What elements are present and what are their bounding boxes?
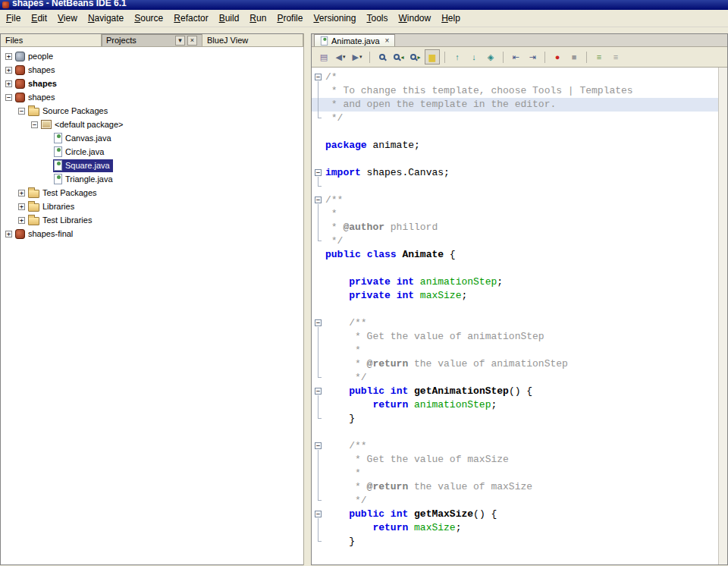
code-line[interactable]: * bbox=[312, 467, 718, 480]
tree-item-square-java[interactable]: Square.java bbox=[1, 159, 303, 172]
editor-tab-close-icon[interactable]: × bbox=[385, 36, 390, 45]
fold-start-icon[interactable]: − bbox=[312, 316, 325, 330]
code-line[interactable]: − /** bbox=[312, 562, 718, 564]
find-next-icon[interactable]: ▸ bbox=[408, 49, 423, 64]
code-line[interactable] bbox=[312, 153, 718, 166]
menu-file[interactable]: File bbox=[1, 11, 26, 26]
back-icon[interactable]: ◀▾ bbox=[333, 49, 348, 64]
code-line[interactable]: * and open the template in the editor. bbox=[312, 98, 718, 112]
tab-files[interactable]: Files bbox=[1, 34, 102, 46]
collapse-icon[interactable]: − bbox=[5, 94, 12, 101]
code-line[interactable]: * @return the value of animationStep bbox=[312, 357, 718, 371]
menu-versioning[interactable]: Versioning bbox=[308, 11, 361, 26]
start-macro-icon[interactable]: ● bbox=[550, 49, 565, 64]
tab-projects[interactable]: Projects▾× bbox=[102, 34, 202, 46]
collapse-icon[interactable]: − bbox=[31, 121, 38, 128]
toggle-highlight-icon[interactable]: ▆ bbox=[425, 49, 440, 64]
code-line[interactable]: −/** bbox=[312, 193, 718, 207]
tree-item-shapes[interactable]: +shapes bbox=[1, 63, 303, 77]
code-line[interactable]: − /** bbox=[312, 439, 718, 453]
menu-view[interactable]: View bbox=[52, 11, 83, 26]
tree-item-circle-java[interactable]: Circle.java bbox=[1, 145, 303, 159]
expand-icon[interactable]: + bbox=[18, 217, 25, 224]
fold-start-icon[interactable]: − bbox=[312, 562, 325, 564]
code-line[interactable]: * @author phillord bbox=[312, 221, 718, 234]
menu-build[interactable]: Build bbox=[214, 11, 245, 26]
code-line[interactable]: */ bbox=[312, 112, 718, 125]
tree-item--default-package-[interactable]: −<default package> bbox=[1, 118, 303, 131]
code-line[interactable]: package animate; bbox=[312, 139, 718, 153]
menu-source[interactable]: Source bbox=[129, 11, 168, 26]
code-line[interactable]: private int maxSize; bbox=[312, 289, 718, 303]
fold-start-icon[interactable]: − bbox=[312, 166, 325, 180]
error-stripe[interactable] bbox=[718, 68, 727, 564]
code-line[interactable]: } bbox=[312, 412, 718, 426]
tree-item-test-libraries[interactable]: +Test Libraries bbox=[1, 213, 303, 227]
tree-item-shapes-final[interactable]: +shapes-final bbox=[1, 227, 303, 241]
tree-item-canvas-java[interactable]: Canvas.java bbox=[1, 131, 303, 145]
code-line[interactable]: return animationStep; bbox=[312, 398, 718, 412]
expand-icon[interactable]: + bbox=[5, 231, 12, 237]
tree-item-people[interactable]: +people bbox=[1, 49, 303, 63]
code-line[interactable]: */ bbox=[312, 234, 718, 248]
tree-item-libraries[interactable]: +Libraries bbox=[1, 200, 303, 213]
toggle-bookmark-icon[interactable]: ◈ bbox=[483, 49, 498, 64]
stop-macro-icon[interactable]: ■ bbox=[566, 49, 582, 64]
code-line[interactable] bbox=[312, 303, 718, 316]
find-previous-icon[interactable]: ◂ bbox=[391, 49, 406, 64]
tree-item-shapes[interactable]: −shapes bbox=[1, 90, 303, 104]
fold-start-icon[interactable]: − bbox=[312, 71, 325, 84]
tree-item-test-packages[interactable]: +Test Packages bbox=[1, 186, 303, 200]
fold-start-icon[interactable]: − bbox=[312, 439, 325, 453]
expand-icon[interactable]: + bbox=[18, 203, 25, 210]
fold-start-icon[interactable]: − bbox=[312, 193, 325, 207]
shift-left-icon[interactable]: ⇤ bbox=[508, 49, 523, 64]
code-line[interactable]: − public int getAnimationStep() { bbox=[312, 385, 718, 398]
panel-splitter[interactable] bbox=[303, 33, 311, 565]
code-area[interactable]: −/* * To change this template, choose To… bbox=[312, 68, 718, 564]
code-line[interactable] bbox=[312, 262, 718, 275]
tab-bluej-view[interactable]: BlueJ View bbox=[202, 34, 303, 46]
tab-close-icon[interactable]: × bbox=[187, 36, 197, 46]
code-line[interactable]: */ bbox=[312, 494, 718, 508]
tab-dropdown-icon[interactable]: ▾ bbox=[175, 36, 185, 46]
expand-icon[interactable]: + bbox=[5, 53, 12, 60]
menu-tools[interactable]: Tools bbox=[361, 11, 393, 26]
menu-refactor[interactable]: Refactor bbox=[168, 11, 213, 26]
find-selection-icon[interactable] bbox=[375, 49, 390, 64]
menu-run[interactable]: Run bbox=[244, 11, 271, 26]
code-line[interactable] bbox=[312, 426, 718, 439]
uncomment-icon[interactable]: ≡ bbox=[608, 49, 623, 64]
code-line[interactable]: − public int getMaxSize() { bbox=[312, 508, 718, 521]
code-line[interactable] bbox=[312, 549, 718, 562]
code-line[interactable]: * bbox=[312, 207, 718, 221]
code-line[interactable]: * bbox=[312, 344, 718, 357]
menu-profile[interactable]: Profile bbox=[271, 11, 308, 26]
last-edit-location-icon[interactable]: ▤ bbox=[316, 49, 331, 64]
tree-item-shapes[interactable]: +shapes bbox=[1, 77, 303, 90]
tree-item-triangle-java[interactable]: Triangle.java bbox=[1, 172, 303, 186]
code-line[interactable]: public class Animate { bbox=[312, 248, 718, 262]
menu-edit[interactable]: Edit bbox=[26, 11, 52, 26]
tree-item-source-packages[interactable]: −Source Packages bbox=[1, 104, 303, 118]
previous-bookmark-icon[interactable]: ↑ bbox=[450, 49, 465, 64]
next-bookmark-icon[interactable]: ↓ bbox=[466, 49, 482, 64]
expand-icon[interactable]: + bbox=[18, 190, 25, 197]
code-line[interactable]: * Get the value of maxSize bbox=[312, 453, 718, 467]
code-line[interactable]: } bbox=[312, 535, 718, 549]
collapse-icon[interactable]: − bbox=[18, 108, 25, 115]
code-line[interactable]: */ bbox=[312, 371, 718, 385]
fold-start-icon[interactable]: − bbox=[312, 385, 325, 398]
code-line[interactable]: − /** bbox=[312, 316, 718, 330]
menu-help[interactable]: Help bbox=[436, 11, 466, 26]
forward-icon[interactable]: ▶▾ bbox=[350, 49, 365, 64]
code-line[interactable]: * Get the value of animationStep bbox=[312, 330, 718, 344]
code-line[interactable]: private int animationStep; bbox=[312, 275, 718, 289]
code-line[interactable]: return maxSize; bbox=[312, 521, 718, 535]
fold-start-icon[interactable]: − bbox=[312, 508, 325, 521]
code-line[interactable]: −/* bbox=[312, 71, 718, 84]
comment-icon[interactable]: ≡ bbox=[592, 49, 607, 64]
expand-icon[interactable]: + bbox=[5, 80, 12, 87]
editor-tab-animate-java[interactable]: Animate.java × bbox=[314, 34, 395, 46]
menu-navigate[interactable]: Navigate bbox=[83, 11, 129, 26]
